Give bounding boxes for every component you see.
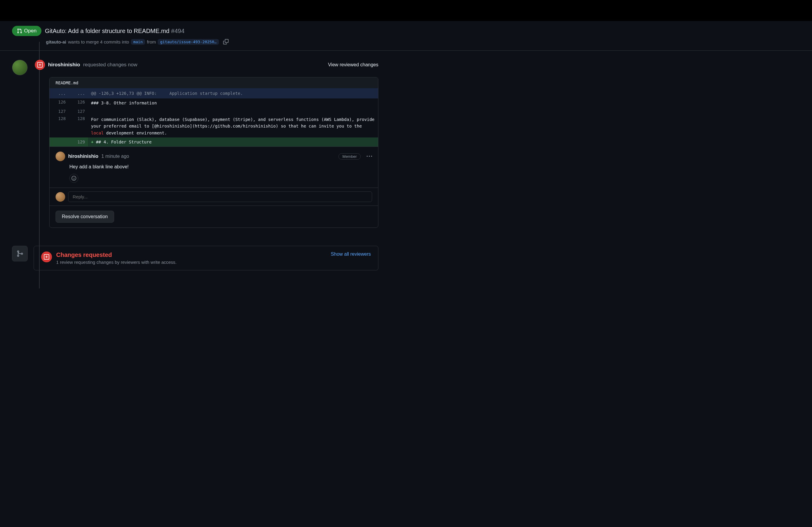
comment-body-text: Hey add a blank line above! bbox=[56, 164, 372, 169]
lineno-new: 127 bbox=[69, 108, 88, 115]
merge-status-section: Changes requested 1 review requesting ch… bbox=[12, 246, 378, 270]
base-branch-label[interactable]: main bbox=[131, 39, 145, 45]
lineno-new: 129 bbox=[69, 137, 88, 147]
file-diff-icon bbox=[44, 254, 49, 260]
merge-text-2: from bbox=[147, 39, 156, 44]
pr-number: #494 bbox=[171, 28, 185, 34]
merge-status-subtitle: 1 review requesting changes by reviewers… bbox=[56, 260, 177, 265]
smiley-icon bbox=[71, 176, 76, 181]
diff-hunk-header-row: ... ... @@ -126,3 +126,73 @@ INFO: Appli… bbox=[49, 88, 378, 99]
diff-line-code: +## 4. Folder Structure bbox=[88, 137, 378, 147]
changes-requested-icon-badge bbox=[35, 60, 45, 70]
kebab-horizontal-icon bbox=[367, 154, 372, 159]
merge-status-title: Changes requested bbox=[56, 252, 177, 258]
reply-input[interactable] bbox=[68, 192, 372, 202]
pr-state-badge: Open bbox=[12, 26, 41, 36]
review-timeline-item: hiroshinishio requested changes now View… bbox=[12, 60, 378, 228]
diff-file-name[interactable]: README.md bbox=[49, 77, 378, 88]
diff-context-row: 128 128 For communication (Slack), datab… bbox=[49, 115, 378, 137]
reviewer-avatar[interactable] bbox=[12, 60, 28, 75]
header-subtitle: gitauto-ai wants to merge 4 commits into… bbox=[12, 38, 800, 46]
merge-status-icon bbox=[41, 252, 52, 262]
diff-text-part3: development environment. bbox=[104, 131, 167, 135]
browser-chrome-black bbox=[0, 0, 812, 21]
copy-icon bbox=[223, 39, 229, 44]
addition-text: ## 4. Folder Structure bbox=[96, 139, 151, 144]
lineno-old: 126 bbox=[49, 99, 69, 107]
merge-text-1: wants to merge 4 commits into bbox=[68, 39, 129, 44]
current-user-avatar[interactable] bbox=[56, 192, 65, 202]
git-pull-request-icon bbox=[17, 28, 22, 34]
lineno-old-empty bbox=[49, 137, 69, 147]
review-content: hiroshinishio requested changes now View… bbox=[35, 60, 378, 228]
lineno-old: 128 bbox=[49, 115, 69, 137]
review-header: hiroshinishio requested changes now View… bbox=[35, 60, 378, 70]
diff-table: ... ... @@ -126,3 +126,73 @@ INFO: Appli… bbox=[49, 88, 378, 147]
diff-line-code: ### 3-8. Other information bbox=[88, 99, 378, 107]
git-merge-icon bbox=[16, 250, 24, 257]
head-branch-label[interactable]: gitauto/issue-493-20250… bbox=[158, 39, 219, 45]
expand-hunk-left[interactable]: ... bbox=[49, 88, 69, 99]
diff-context-row: 126 126 ### 3-8. Other information bbox=[49, 99, 378, 107]
lineno-new: 126 bbox=[69, 99, 88, 107]
resolve-conversation-button[interactable]: Resolve conversation bbox=[56, 211, 114, 223]
reply-row bbox=[49, 187, 378, 206]
merge-status-text-col: Changes requested 1 review requesting ch… bbox=[56, 252, 177, 265]
diff-text-highlight: local bbox=[91, 131, 104, 135]
diff-addition-row: 129 +## 4. Folder Structure bbox=[49, 137, 378, 147]
diff-line-code: For communication (Slack), database (Sup… bbox=[88, 115, 378, 137]
merge-status-box: Changes requested 1 review requesting ch… bbox=[34, 246, 378, 270]
show-all-reviewers-link[interactable]: Show all reviewers bbox=[331, 252, 371, 257]
file-diff-icon bbox=[37, 62, 43, 67]
lineno-new: 128 bbox=[69, 115, 88, 137]
hunk-header-text: @@ -126,3 +126,73 @@ INFO: Application s… bbox=[88, 88, 378, 99]
header-top-row: Open GitAuto: Add a folder structure to … bbox=[12, 26, 800, 36]
review-file-box: README.md ... ... @@ -126,3 +126,73 @@ I… bbox=[49, 77, 378, 228]
review-action-text: requested changes now bbox=[83, 62, 137, 68]
pr-state-text: Open bbox=[24, 28, 37, 34]
copy-branch-button[interactable] bbox=[222, 38, 230, 46]
diff-line-code bbox=[88, 108, 378, 115]
comment-timestamp[interactable]: 1 minute ago bbox=[101, 154, 129, 159]
comment-actions-menu[interactable] bbox=[367, 154, 372, 159]
merge-header-row: Changes requested 1 review requesting ch… bbox=[41, 252, 371, 265]
timeline: hiroshinishio requested changes now View… bbox=[0, 51, 390, 280]
diff-text-part1: For communication (Slack), database (Sup… bbox=[91, 117, 377, 129]
view-reviewed-changes-link[interactable]: View reviewed changes bbox=[328, 62, 378, 67]
member-badge: Member bbox=[338, 153, 361, 160]
pr-title-text: GitAuto: Add a folder structure to READM… bbox=[45, 28, 170, 34]
review-comment: hiroshinishio 1 minute ago Member Hey ad… bbox=[49, 147, 378, 187]
comment-author-link[interactable]: hiroshinishio bbox=[68, 154, 98, 159]
comment-author-avatar[interactable] bbox=[56, 152, 65, 161]
add-reaction-button[interactable] bbox=[69, 174, 78, 183]
resolve-row: Resolve conversation bbox=[49, 206, 378, 227]
pr-author-link[interactable]: gitauto-ai bbox=[46, 39, 67, 44]
review-author-link[interactable]: hiroshinishio bbox=[48, 62, 80, 68]
addition-marker: + bbox=[91, 139, 96, 144]
pr-header: Open GitAuto: Add a folder structure to … bbox=[0, 21, 812, 51]
comment-header: hiroshinishio 1 minute ago Member bbox=[56, 152, 372, 161]
expand-hunk-right[interactable]: ... bbox=[69, 88, 88, 99]
merge-icon-box bbox=[12, 246, 28, 261]
pr-title: GitAuto: Add a folder structure to READM… bbox=[45, 28, 185, 34]
diff-context-row: 127 127 bbox=[49, 108, 378, 115]
lineno-old: 127 bbox=[49, 108, 69, 115]
